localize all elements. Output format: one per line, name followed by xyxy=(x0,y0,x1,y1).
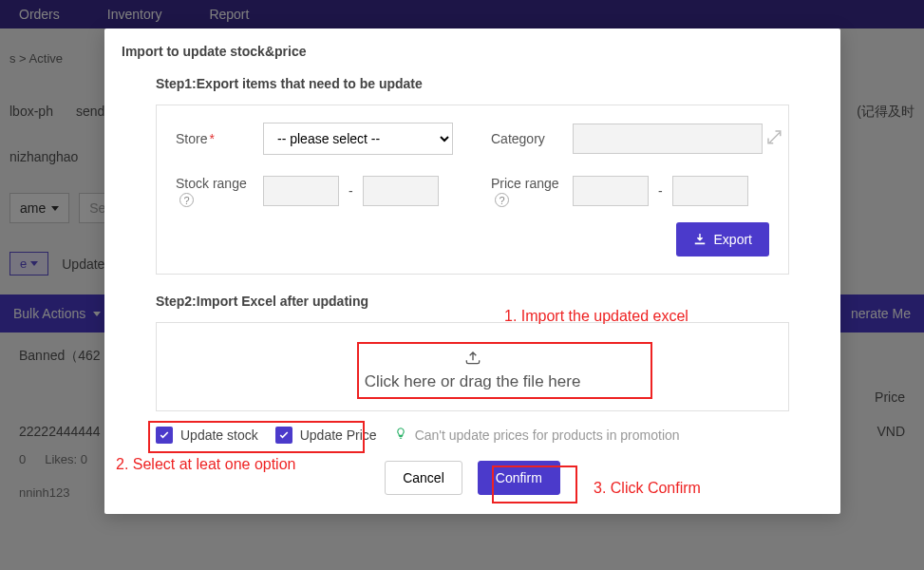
stock-range-label: Stock range? xyxy=(176,176,263,207)
category-clear-icon[interactable] xyxy=(765,128,783,150)
promotion-hint: Can't update prices for products in prom… xyxy=(394,427,680,443)
store-label: Store* xyxy=(176,131,263,146)
step1-title: Step1:Export items that need to be updat… xyxy=(156,76,789,91)
dash: - xyxy=(349,183,353,199)
dash: - xyxy=(658,183,663,199)
category-label: Category xyxy=(491,131,573,146)
file-drop-area[interactable]: Click here or drag the file here xyxy=(156,322,789,411)
category-input[interactable] xyxy=(573,124,763,154)
check-icon xyxy=(278,429,290,441)
update-stock-checkbox[interactable]: Update stock xyxy=(156,427,258,444)
price-range-max[interactable] xyxy=(672,176,748,206)
step2-title: Step2:Import Excel after updating xyxy=(156,294,789,309)
update-price-checkbox[interactable]: Update Price xyxy=(275,427,377,444)
help-icon[interactable]: ? xyxy=(179,193,194,207)
stock-range-min[interactable] xyxy=(263,176,339,206)
update-options-row: Update stock Update Price Can't update p… xyxy=(156,411,789,461)
cancel-button[interactable]: Cancel xyxy=(385,461,462,495)
price-range-min[interactable] xyxy=(573,176,649,206)
help-icon[interactable]: ? xyxy=(495,193,509,207)
lightbulb-icon xyxy=(394,427,407,443)
download-icon xyxy=(693,233,707,246)
stock-range-max[interactable] xyxy=(363,176,439,206)
step1-box: Store* -- please select -- Category Stoc… xyxy=(156,104,789,275)
drop-text: Click here or drag the file here xyxy=(365,372,581,390)
modal-actions: Cancel Confirm xyxy=(156,461,789,495)
upload-icon xyxy=(463,348,482,367)
store-select[interactable]: -- please select -- xyxy=(263,123,453,155)
import-stock-price-modal: Import to update stock&price Step1:Expor… xyxy=(104,28,840,514)
confirm-button[interactable]: Confirm xyxy=(478,461,560,495)
modal-title: Import to update stock&price xyxy=(104,28,840,68)
price-range-label: Price range? xyxy=(491,176,573,207)
export-button[interactable]: Export xyxy=(676,222,769,256)
check-icon xyxy=(159,429,170,441)
